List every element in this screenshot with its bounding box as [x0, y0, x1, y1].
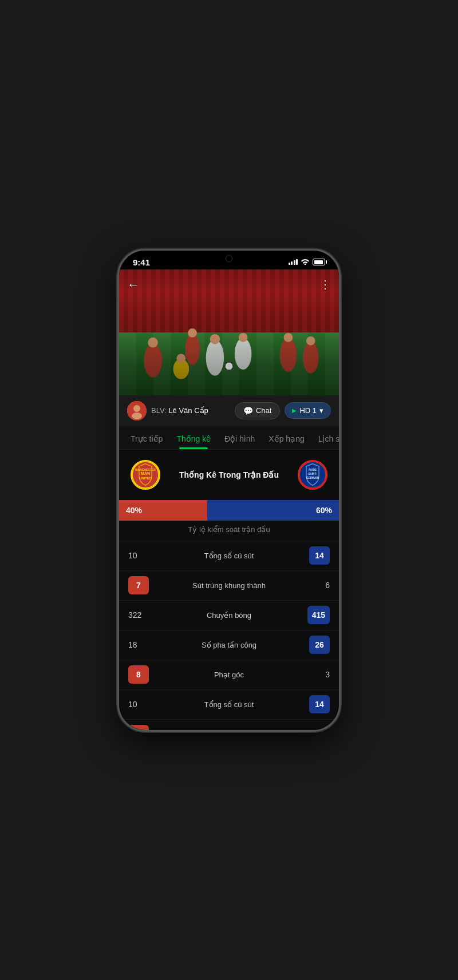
stat-label: Tổng số cú sút	[165, 700, 293, 709]
stat-home-value: 10	[119, 700, 165, 709]
stat-home-value: 10	[119, 551, 165, 560]
svg-point-16	[133, 405, 140, 412]
svg-text:MAN: MAN	[141, 471, 151, 476]
status-time: 9:41	[133, 257, 150, 267]
tab-lich-su[interactable]: Lịch sử	[311, 426, 339, 449]
avatar-svg	[127, 401, 147, 420]
stat-label: Chuyền bóng	[165, 611, 293, 620]
stat-home-value: 8	[119, 665, 165, 684]
content-area[interactable]: MANCHESTER MAN UNITED Thống Kê Trong Trậ…	[119, 450, 339, 730]
match-header: MANCHESTER MAN UNITED Thống Kê Trong Trậ…	[119, 450, 339, 500]
stat-row: 7 Sút trúng khung thành 6	[119, 570, 339, 600]
stats-table: 10 Tổng số cú sút 14 7 Sút trúng khung t…	[119, 541, 339, 730]
stat-home-value: 322	[119, 610, 165, 620]
chat-bubble-icon: 💬	[243, 406, 253, 415]
svg-text:GERMAIN: GERMAIN	[306, 477, 319, 479]
status-bar: 9:41	[119, 251, 339, 269]
mu-team-badge: MANCHESTER MAN UNITED	[131, 460, 160, 490]
stat-label: Số pha tấn công	[165, 641, 293, 649]
stat-home-badge: 18	[128, 640, 137, 649]
hd-label: HD 1	[299, 406, 317, 415]
stat-home-value: 18	[119, 640, 165, 649]
more-button[interactable]: ⋮	[319, 277, 331, 291]
stat-home-value: 7	[119, 576, 165, 594]
blv-name-text: Lê Văn Cấp	[168, 406, 208, 415]
blv-avatar	[127, 401, 147, 420]
stat-home-badge: 322	[128, 610, 141, 620]
signal-bar-3	[294, 260, 295, 265]
stat-row: 8 Phạt góc 3	[119, 660, 339, 689]
signal-bar-4	[296, 259, 298, 265]
hd-button[interactable]: ▶ HD 1 ▾	[285, 402, 331, 419]
battery-icon	[313, 259, 325, 265]
back-button[interactable]: ←	[127, 277, 140, 292]
stat-row: 7 Sút trúng khung thành 6	[119, 719, 339, 730]
video-overlay	[119, 269, 339, 395]
signal-bar-2	[291, 261, 293, 265]
wifi-icon	[301, 258, 310, 267]
stat-label: Tổng số cú sút	[165, 552, 293, 560]
tab-thong-ke[interactable]: Thống kê	[169, 426, 218, 449]
tab-xep-hang[interactable]: Xếp hạng	[262, 426, 311, 449]
svg-text:PARIS: PARIS	[309, 468, 317, 471]
status-icons	[289, 258, 326, 267]
tab-truc-tiep[interactable]: Trực tiếp	[124, 426, 169, 449]
stat-home-badge: 7	[128, 576, 149, 594]
stat-away-value: 14	[293, 695, 339, 713]
chat-button[interactable]: 💬 Chat	[235, 402, 280, 419]
phone-screen: 9:41	[119, 251, 339, 730]
tabs-inner: Trực tiếp Thống kê Đội hình Xếp hạng Lịc…	[119, 426, 339, 449]
psg-team-badge: PARIS SAINT- GERMAIN	[298, 460, 327, 490]
stat-away-badge: 6	[325, 729, 330, 730]
stat-away-value: 6	[293, 729, 339, 730]
battery-fill	[314, 260, 323, 264]
possession-home: 40%	[119, 500, 207, 521]
psg-badge-svg: PARIS SAINT- GERMAIN	[299, 460, 326, 490]
stat-away-value: 14	[293, 546, 339, 565]
stat-away-badge: 415	[307, 606, 330, 624]
stat-home-badge: 10	[128, 700, 137, 709]
signal-bar-1	[289, 263, 290, 265]
possession-section: 40% 60% Tỷ lệ kiểm soát trận đấu	[119, 500, 339, 541]
stat-away-badge: 3	[325, 670, 330, 679]
phone-frame: 9:41	[117, 249, 341, 732]
blv-name: BLV: Lê Văn Cấp	[151, 406, 230, 415]
match-title: Thống Kê Trong Trận Đấu	[160, 470, 298, 479]
stat-home-badge: 7	[128, 725, 149, 730]
stat-away-value: 26	[293, 636, 339, 654]
stat-away-badge: 6	[325, 581, 330, 590]
avatar-face	[127, 401, 147, 420]
svg-point-17	[132, 412, 142, 419]
stat-home-value: 7	[119, 725, 165, 730]
stat-home-badge: 8	[128, 665, 149, 684]
possession-label: Tỷ lệ kiểm soát trận đấu	[119, 521, 339, 536]
stat-row: 10 Tổng số cú sút 14	[119, 689, 339, 719]
camera-notch	[226, 255, 232, 262]
svg-text:UNITED: UNITED	[139, 477, 152, 480]
stat-row: 18 Số pha tấn công 26	[119, 630, 339, 660]
stat-row: 322 Chuyền bóng 415	[119, 600, 339, 630]
chevron-down-icon: ▾	[319, 406, 323, 415]
blv-label: BLV:	[151, 406, 167, 415]
tabs-section: Trực tiếp Thống kê Đội hình Xếp hạng Lịc…	[119, 426, 339, 450]
sports-scene	[119, 269, 339, 395]
stat-away-value: 415	[293, 606, 339, 624]
tab-doi-hinh[interactable]: Đội hình	[218, 426, 262, 449]
stat-away-value: 3	[293, 670, 339, 679]
chat-label: Chat	[256, 406, 271, 415]
info-bar: BLV: Lê Văn Cấp 💬 Chat ▶ HD 1 ▾	[119, 395, 339, 426]
stat-away-badge: 26	[309, 636, 330, 654]
possession-away: 60%	[207, 500, 339, 521]
video-section: ← ⋮	[119, 269, 339, 395]
stat-home-badge: 10	[128, 551, 137, 560]
stat-away-badge: 14	[309, 695, 330, 713]
stat-away-badge: 14	[309, 546, 330, 565]
svg-text:SAINT-: SAINT-	[308, 473, 317, 475]
play-icon: ▶	[292, 407, 297, 414]
signal-bars-icon	[289, 259, 298, 265]
mu-badge-svg: MANCHESTER MAN UNITED	[132, 460, 159, 490]
stat-label: Sút trúng khung thành	[165, 581, 293, 590]
possession-bar: 40% 60%	[119, 500, 339, 521]
stat-row: 10 Tổng số cú sút 14	[119, 541, 339, 570]
stat-label: Phạt góc	[165, 670, 293, 679]
